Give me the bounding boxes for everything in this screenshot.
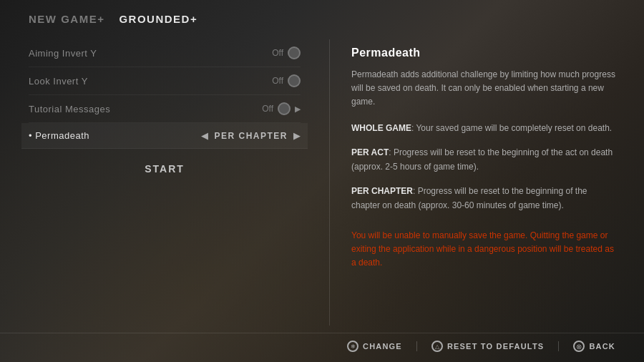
info-whole-game-text: : Your saved game will be completely res…: [411, 123, 612, 133]
toggle-aiming[interactable]: Off: [272, 47, 301, 59]
toggle-value-aiming: Off: [272, 48, 283, 58]
main-content: Aiming Invert Y Off Look Invert Y Off Tu…: [0, 32, 644, 333]
setting-label-permadeath: Permadeath: [29, 130, 89, 141]
permadeath-arrow-left[interactable]: ◀: [201, 130, 208, 141]
info-per-chapter-title: PER CHAPTER: [351, 186, 413, 196]
toggle-value-look: Off: [272, 76, 283, 86]
tutorial-arrow-icon: ▶: [295, 104, 301, 114]
permadeath-value: PER CHAPTER: [214, 131, 288, 141]
footer-divider-2: [558, 341, 559, 351]
info-per-act-text: : Progress will be reset to the beginnin…: [351, 147, 613, 172]
setting-aiming-invert-y[interactable]: Aiming Invert Y Off: [29, 39, 301, 67]
info-whole-game-title: WHOLE GAME: [351, 123, 411, 133]
setting-label-look: Look Invert Y: [29, 76, 88, 87]
permadeath-control[interactable]: ◀ PER CHAPTER ▶: [201, 130, 301, 141]
info-panel: Permadeath Permadeath adds additional ch…: [330, 32, 644, 333]
info-per-act-title: PER ACT: [351, 147, 389, 157]
new-game-tab[interactable]: NEW GAME+: [29, 13, 104, 25]
reset-icon: △: [431, 341, 443, 352]
change-label: CHANGE: [363, 342, 402, 351]
start-button[interactable]: START: [145, 163, 185, 175]
info-title: Permadeath: [351, 47, 615, 59]
toggle-look[interactable]: Off: [272, 74, 301, 87]
setting-permadeath[interactable]: Permadeath ◀ PER CHAPTER ▶: [21, 123, 308, 149]
info-description: Permadeath adds additional challenge by …: [351, 68, 615, 109]
toggle-tutorial[interactable]: Off ▶: [262, 102, 301, 115]
toggle-circle-tutorial: [278, 102, 291, 115]
change-button[interactable]: ❄ CHANGE: [347, 341, 402, 352]
change-icon: ❄: [347, 341, 358, 352]
info-whole-game: WHOLE GAME: Your saved game will be comp…: [351, 121, 615, 135]
toggle-circle-look: [288, 74, 301, 87]
setting-tutorial-messages[interactable]: Tutorial Messages Off ▶: [29, 95, 301, 123]
info-per-act: PER ACT: Progress will be reset to the b…: [351, 145, 615, 174]
setting-label-aiming: Aiming Invert Y: [29, 48, 97, 59]
back-icon: ⊗: [573, 341, 585, 352]
info-per-chapter: PER CHAPTER: Progress will be reset to t…: [351, 184, 615, 212]
reset-label: RESET TO DEFAULTS: [447, 342, 545, 351]
settings-panel: Aiming Invert Y Off Look Invert Y Off Tu…: [0, 32, 329, 333]
back-label: BACK: [589, 342, 615, 351]
back-button[interactable]: ⊗ BACK: [573, 341, 615, 352]
toggle-value-tutorial: Off: [262, 104, 273, 114]
footer: ❄ CHANGE △ RESET TO DEFAULTS ⊗ BACK: [0, 333, 644, 362]
header: NEW GAME+ GROUNDED+: [0, 0, 644, 32]
setting-label-tutorial: Tutorial Messages: [29, 104, 110, 114]
permadeath-arrow-right[interactable]: ▶: [293, 130, 301, 141]
warning-text: You will be unable to manually save the …: [351, 229, 615, 270]
toggle-circle-aiming: [288, 47, 301, 59]
footer-divider-1: [416, 341, 417, 351]
current-mode-label: GROUNDED+: [119, 13, 197, 25]
reset-button[interactable]: △ RESET TO DEFAULTS: [431, 341, 545, 352]
setting-look-invert-y[interactable]: Look Invert Y Off: [29, 67, 301, 95]
